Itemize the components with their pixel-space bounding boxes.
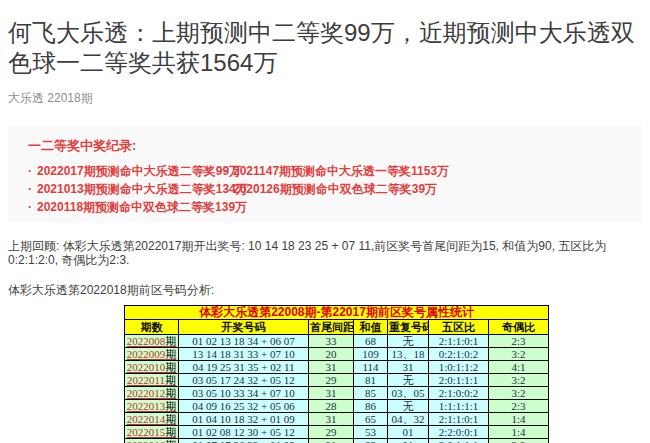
cell-zone-ratio: 2:0:1:1:1 <box>429 374 489 387</box>
col-header-oddeven: 奇偶比 <box>489 320 549 335</box>
cell-repeat: 03、05 <box>388 387 429 400</box>
issue-link[interactable]: 2022009期 <box>127 348 177 360</box>
record-list-right: ·2021147期预测命中大乐透一等奖1153万 ·2020126期预测命中双色… <box>224 162 622 216</box>
cell-zone-ratio: 1:1:1:1:1 <box>429 400 489 413</box>
cell-winning-numbers: 01 02 13 18 34 + 06 07 <box>179 335 309 348</box>
issue-link[interactable]: 2022011期 <box>127 374 176 386</box>
cell-winning-numbers: 13 14 18 31 33 + 07 10 <box>179 348 309 361</box>
issue-link[interactable]: 2022015期 <box>127 426 177 438</box>
stat-table: 体彩大乐透第22008期-第22017期前区奖号属性统计 期数 开奖号码 首尾间… <box>124 305 549 443</box>
table-row: 2022016期 01 07 17 26 32 + 01 09 31 83 01… <box>125 439 549 443</box>
col-header-span: 首尾间距 <box>309 320 354 335</box>
cell-span: 29 <box>309 426 354 439</box>
issue-link[interactable]: 2022010期 <box>127 361 177 373</box>
cell-issue[interactable]: 2022009期 <box>125 348 179 361</box>
article: 何飞大乐透：上期预测中二等奖99万，近期预测中大乐透双色球一二等奖共获1564万… <box>0 0 650 443</box>
cell-winning-numbers: 01 07 17 26 32 + 01 09 <box>179 439 309 443</box>
cell-sum: 86 <box>354 400 388 413</box>
col-header-zone: 五区比 <box>429 320 489 335</box>
cell-winning-numbers: 01 04 10 18 32 + 01 09 <box>179 413 309 426</box>
cell-sum: 68 <box>354 335 388 348</box>
cell-zone-ratio: 0:2:1:0:2 <box>429 348 489 361</box>
cell-repeat: 01 <box>388 426 429 439</box>
cell-issue[interactable]: 2022010期 <box>125 361 179 374</box>
prize-record-panel: 一二等奖中奖纪录: ·2022017期预测命中大乐透二等奖99万 ·202101… <box>8 125 642 222</box>
table-title-row: 体彩大乐透第22008期-第22017期前区奖号属性统计 <box>125 306 549 320</box>
cell-zone-ratio: 2:1:0:0:2 <box>429 387 489 400</box>
cell-odd-even-ratio: 3:2 <box>489 439 549 443</box>
record-item-label: 2020118期预测命中双色球二等奖139万 <box>37 200 247 214</box>
cell-issue[interactable]: 2022011期 <box>125 374 179 387</box>
cell-span: 20 <box>309 348 354 361</box>
cell-odd-even-ratio: 4:1 <box>489 361 549 374</box>
cell-winning-numbers: 03 05 10 33 34 + 07 10 <box>179 387 309 400</box>
cell-odd-even-ratio: 3:2 <box>489 374 549 387</box>
cell-sum: 65 <box>354 413 388 426</box>
cell-winning-numbers: 01 02 08 12 30 + 05 12 <box>179 426 309 439</box>
cell-span: 28 <box>309 400 354 413</box>
cell-repeat: 04、32 <box>388 413 429 426</box>
table-body: 2022008期 01 02 13 18 34 + 06 07 33 68 无 … <box>125 335 549 443</box>
record-item-label: 2021147期预测命中大乐透一等奖1153万 <box>233 164 449 178</box>
cell-repeat: 13、18 <box>388 348 429 361</box>
cell-issue[interactable]: 2022016期 <box>125 439 179 443</box>
cell-odd-even-ratio: 1:4 <box>489 426 549 439</box>
prize-record-heading: 一二等奖中奖纪录: <box>28 138 622 153</box>
cell-issue[interactable]: 2022008期 <box>125 335 179 348</box>
cell-winning-numbers: 04 19 25 31 35 + 02 11 <box>179 361 309 374</box>
cell-repeat: 无 <box>388 400 429 413</box>
table-row: 2022011期 03 05 17 24 32 + 05 12 29 81 无 … <box>125 374 549 387</box>
cell-issue[interactable]: 2022013期 <box>125 400 179 413</box>
table-row: 2022013期 04 09 16 25 32 + 05 06 28 86 无 … <box>125 400 549 413</box>
table-row: 2022008期 01 02 13 18 34 + 06 07 33 68 无 … <box>125 335 549 348</box>
issue-link[interactable]: 2022014期 <box>127 413 177 425</box>
table-row: 2022014期 01 04 10 18 32 + 01 09 31 65 04… <box>125 413 549 426</box>
record-item-label: 2022017期预测命中大乐透二等奖99万 <box>37 164 241 178</box>
cell-span: 31 <box>309 413 354 426</box>
cell-odd-even-ratio: 3:2 <box>489 348 549 361</box>
issue-link[interactable]: 2022016期 <box>127 439 177 443</box>
cell-zone-ratio: 2:2:0:0:1 <box>429 426 489 439</box>
col-header-numbers: 开奖号码 <box>179 320 309 335</box>
issue-link[interactable]: 2022012期 <box>127 387 177 399</box>
issue-subtitle: 大乐透 22018期 <box>8 90 642 107</box>
cell-zone-ratio: 2:1:1:0:1 <box>429 335 489 348</box>
cell-repeat: 无 <box>388 335 429 348</box>
cell-winning-numbers: 04 09 16 25 32 + 05 06 <box>179 400 309 413</box>
cell-span: 31 <box>309 439 354 443</box>
cell-odd-even-ratio: 2:3 <box>489 335 549 348</box>
cell-repeat: 01 <box>388 439 429 443</box>
cell-issue[interactable]: 2022015期 <box>125 426 179 439</box>
table-row: 2022010期 04 19 25 31 35 + 02 11 31 114 3… <box>125 361 549 374</box>
bullet-icon: · <box>224 164 228 178</box>
bullet-icon: · <box>28 200 32 214</box>
cell-span: 29 <box>309 374 354 387</box>
bullet-icon: · <box>28 164 32 178</box>
table-header-row: 期数 开奖号码 首尾间距 和值 重复号码 五区比 奇偶比 <box>125 320 549 335</box>
table-row: 2022012期 03 05 10 33 34 + 07 10 31 85 03… <box>125 387 549 400</box>
record-item: ·2020126期预测命中双色球二等奖39万 <box>224 180 622 198</box>
cell-odd-even-ratio: 3:2 <box>489 387 549 400</box>
cell-repeat: 无 <box>388 374 429 387</box>
cell-zone-ratio: 2:1:1:0:1 <box>429 413 489 426</box>
page-title: 何飞大乐透：上期预测中二等奖99万，近期预测中大乐透双色球一二等奖共获1564万 <box>8 18 642 78</box>
cell-winning-numbers: 03 05 17 24 32 + 05 12 <box>179 374 309 387</box>
col-header-repeat: 重复号码 <box>388 320 429 335</box>
cell-issue[interactable]: 2022014期 <box>125 413 179 426</box>
issue-link[interactable]: 2022013期 <box>127 400 177 412</box>
cell-zone-ratio: 1:0:1:1:2 <box>429 361 489 374</box>
stat-table-wrapper: 体彩大乐透第22008期-第22017期前区奖号属性统计 期数 开奖号码 首尾间… <box>124 305 642 443</box>
cell-zone-ratio: 2:0:1:1:1 <box>429 439 489 443</box>
table-row: 2022009期 13 14 18 31 33 + 07 10 20 109 1… <box>125 348 549 361</box>
cell-span: 33 <box>309 335 354 348</box>
record-item: ·2020118期预测命中双色球二等奖139万 <box>28 198 224 216</box>
analysis-intro: 体彩大乐透第2022018期前区号码分析: <box>8 283 642 297</box>
cell-span: 31 <box>309 387 354 400</box>
cell-sum: 85 <box>354 387 388 400</box>
bullet-icon: · <box>224 182 228 196</box>
cell-repeat: 31 <box>388 361 429 374</box>
cell-issue[interactable]: 2022012期 <box>125 387 179 400</box>
issue-link[interactable]: 2022008期 <box>127 335 177 347</box>
table-title: 体彩大乐透第22008期-第22017期前区奖号属性统计 <box>125 306 549 320</box>
cell-sum: 109 <box>354 348 388 361</box>
